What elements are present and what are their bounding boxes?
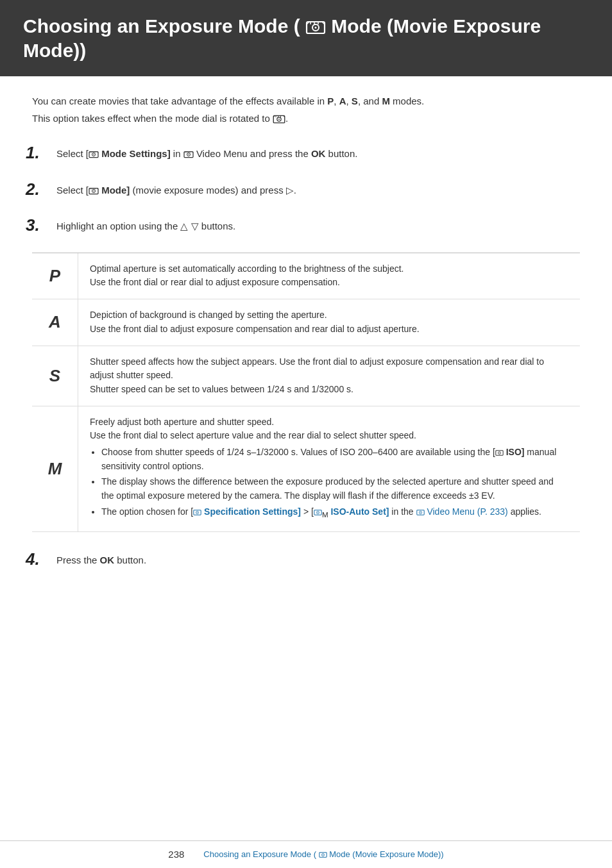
step-2: 2. Select [ Mode] (movie exposure modes)… (26, 180, 586, 199)
movie-icon-m3a (193, 508, 201, 517)
exposure-table: P Optimal aperture is set automatically … (32, 253, 580, 532)
bullet-3: The option chosen for [ Specification Se… (101, 505, 568, 521)
video-menu-link[interactable]: Video Menu (P. 233) (416, 506, 508, 517)
page: Choosing an Exposure Mode ( Mode (Movie … (0, 0, 612, 868)
intro-line1: You can create movies that take advantag… (32, 94, 580, 109)
step-3-content: Highlight an option using the △ ▽ button… (56, 216, 235, 234)
movie-icon-s1b (183, 149, 194, 160)
step-4-number: 4. (26, 550, 49, 569)
table-val-m-bullets: Choose from shutter speeds of 1/24 s–1/3… (101, 446, 568, 521)
movie-icon-s1 (89, 149, 99, 160)
svg-point-54 (322, 855, 323, 855)
table-row-m: M Freely adjust both aperture and shutte… (32, 406, 580, 532)
table-val-p: Optimal aperture is set automatically ac… (78, 253, 580, 299)
svg-point-51 (420, 512, 420, 512)
step-4-section: 4. Press the OK button. (0, 550, 612, 569)
table-key-s: S (32, 346, 78, 406)
intro-section: You can create movies that take advantag… (0, 94, 612, 126)
svg-point-18 (93, 154, 94, 155)
page-footer: 238 Choosing an Exposure Mode ( Mode (Mo… (0, 840, 612, 869)
bullet-1: Choose from shutter speeds of 1/24 s–1/3… (101, 446, 568, 473)
step-2-number: 2. (26, 180, 49, 199)
svg-point-2 (315, 27, 317, 29)
svg-point-26 (188, 154, 189, 155)
movie-icon-inline (273, 113, 285, 126)
step-4: 4. Press the OK button. (26, 550, 586, 569)
intro-line2: This option takes effect when the mode d… (32, 112, 580, 126)
table-val-a: Depiction of background is changed by se… (78, 299, 580, 345)
footer-movie-icon (319, 851, 327, 859)
step-2-content: Select [ Mode] (movie exposure modes) an… (56, 180, 296, 198)
page-title: Choosing an Exposure Mode ( Mode (Movie … (23, 14, 589, 62)
bullet-2: The display shows the difference between… (101, 475, 568, 503)
movie-icon-m3b (314, 508, 322, 517)
movie-icon-s2 (89, 186, 99, 196)
svg-point-42 (499, 453, 500, 453)
svg-point-10 (278, 119, 280, 120)
table-row-a: A Depiction of background is changed by … (32, 299, 580, 346)
step-4-content: Press the OK button. (56, 550, 146, 568)
table-key-a: A (32, 299, 78, 345)
step-1: 1. Select [ Mode Settings] in Video Menu… (26, 144, 586, 162)
footer-page-number: 238 (168, 847, 184, 862)
page-header: Choosing an Exposure Mode ( Mode (Movie … (0, 0, 612, 76)
table-key-m: M (32, 406, 78, 531)
table-val-m: Freely adjust both aperture and shutter … (78, 406, 580, 531)
svg-point-45 (197, 512, 198, 512)
step-1-content: Select [ Mode Settings] in Video Menu an… (56, 144, 357, 162)
step-3: 3. Highlight an option using the △ ▽ but… (26, 216, 586, 235)
table-row-s: S Shutter speed affects how the subject … (32, 346, 580, 406)
table-row-p: P Optimal aperture is set automatically … (32, 253, 580, 299)
movie-mode-icon (305, 17, 326, 38)
table-val-s: Shutter speed affects how the subject ap… (78, 346, 580, 406)
footer-title: Choosing an Exposure Mode ( Mode (Movie … (203, 848, 443, 861)
steps-section: 1. Select [ Mode Settings] in Video Menu… (0, 144, 612, 235)
step-1-number: 1. (26, 144, 49, 162)
svg-point-34 (93, 190, 94, 192)
svg-point-48 (318, 512, 318, 512)
movie-icon-m3c (416, 508, 425, 517)
step-3-number: 3. (26, 216, 49, 235)
movie-icon-m1 (495, 449, 504, 457)
table-key-p: P (32, 253, 78, 299)
